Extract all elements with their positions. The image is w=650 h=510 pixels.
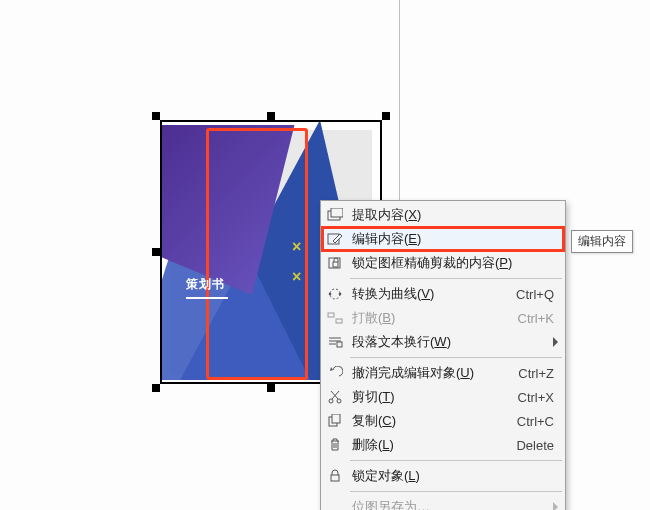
menu-cut[interactable]: 剪切(T) Ctrl+X: [322, 385, 564, 409]
svg-point-6: [329, 293, 332, 296]
cut-icon: [322, 385, 348, 409]
menu-delete[interactable]: 删除(L) Delete: [322, 433, 564, 457]
menu-lock-object[interactable]: 锁定对象(L): [322, 464, 564, 488]
artwork-title-text: 策划书: [186, 277, 225, 291]
resize-handle-n[interactable]: [267, 112, 275, 120]
tooltip: 编辑内容: [571, 230, 633, 253]
menu-shortcut: Ctrl+C: [494, 414, 564, 429]
menu-label: 剪切(T): [348, 388, 494, 406]
svg-point-7: [339, 293, 342, 296]
resize-handle-nw[interactable]: [152, 112, 160, 120]
copy-icon: [322, 409, 348, 433]
resize-handle-sw[interactable]: [152, 384, 160, 392]
svg-rect-1: [331, 208, 343, 217]
extract-icon: [322, 203, 348, 227]
menu-label: 编辑内容(E): [348, 230, 494, 248]
menu-extract-contents[interactable]: 提取内容(X): [322, 203, 564, 227]
menu-wrap-paragraph-text[interactable]: 段落文本换行(W): [322, 330, 564, 354]
svg-rect-15: [331, 475, 339, 481]
center-marker-1: ×: [292, 238, 301, 256]
context-menu: 提取内容(X) 编辑内容(E) 锁定图框精确剪裁的内容(P) 转换为曲线(V) …: [320, 200, 566, 510]
svg-point-5: [330, 289, 340, 299]
menu-label: 锁定图框精确剪裁的内容(P): [348, 254, 512, 272]
artwork-title-underline: [186, 297, 228, 299]
menu-shortcut: Ctrl+X: [494, 390, 564, 405]
menu-label: 提取内容(X): [348, 206, 494, 224]
menu-convert-to-curves[interactable]: 转换为曲线(V) Ctrl+Q: [322, 282, 564, 306]
menu-label: 转换为曲线(V): [348, 285, 494, 303]
menu-label: 删除(L): [348, 436, 494, 454]
menu-separator: [350, 278, 562, 279]
menu-separator: [350, 357, 562, 358]
submenu-arrow-icon: [553, 337, 558, 347]
undo-icon: [322, 361, 348, 385]
menu-lock-powerclip-contents[interactable]: 锁定图框精确剪裁的内容(P): [322, 251, 564, 275]
svg-rect-9: [336, 319, 342, 323]
svg-rect-10: [337, 342, 342, 347]
menu-shortcut: Ctrl+K: [494, 311, 564, 326]
svg-point-11: [329, 399, 333, 403]
lock-frame-icon: [322, 251, 348, 275]
svg-rect-8: [328, 313, 334, 317]
resize-handle-w[interactable]: [152, 248, 160, 256]
menu-separator: [350, 491, 562, 492]
menu-label: 锁定对象(L): [348, 467, 494, 485]
svg-rect-4: [333, 262, 338, 267]
menu-label: 位图另存为…: [348, 498, 494, 510]
svg-point-12: [337, 399, 341, 403]
submenu-arrow-icon: [553, 502, 558, 510]
convert-curve-icon: [322, 282, 348, 306]
blank-icon: [322, 495, 348, 510]
menu-label: 打散(B): [348, 309, 494, 327]
menu-edit-contents[interactable]: 编辑内容(E): [322, 227, 564, 251]
menu-label: 段落文本换行(W): [348, 333, 494, 351]
artwork-title: 策划书: [186, 276, 228, 299]
break-apart-icon: [322, 306, 348, 330]
menu-save-bitmap-as: 位图另存为…: [322, 495, 564, 510]
menu-shortcut: Delete: [494, 438, 564, 453]
menu-shortcut: Ctrl+Z: [494, 366, 564, 381]
text-wrap-icon: [322, 330, 348, 354]
menu-shortcut: Ctrl+Q: [494, 287, 564, 302]
svg-rect-14: [332, 414, 340, 423]
menu-break-apart: 打散(B) Ctrl+K: [322, 306, 564, 330]
delete-icon: [322, 433, 348, 457]
lock-icon: [322, 464, 348, 488]
menu-undo-finish-editing[interactable]: 撤消完成编辑对象(U) Ctrl+Z: [322, 361, 564, 385]
menu-label: 复制(C): [348, 412, 494, 430]
resize-handle-ne[interactable]: [382, 112, 390, 120]
menu-separator: [350, 460, 562, 461]
center-marker-2: ×: [292, 268, 301, 286]
menu-label: 撤消完成编辑对象(U): [348, 364, 494, 382]
resize-handle-s[interactable]: [267, 384, 275, 392]
edit-icon: [322, 227, 348, 251]
menu-copy[interactable]: 复制(C) Ctrl+C: [322, 409, 564, 433]
